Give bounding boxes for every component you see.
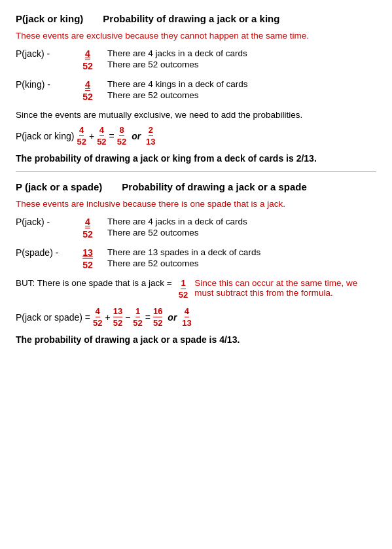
section2-spade-desc1: There are 13 spades in a deck of cards (107, 247, 260, 257)
section2-but-fraction: 152 (179, 278, 188, 300)
section2-conclusion: The probability of drawing a jack or a s… (16, 334, 376, 345)
section1-jack-num: 4 (85, 48, 90, 60)
section1-title-row: P(jack or king) Probability of drawing a… (16, 13, 376, 24)
section2-spade-num: 13 (82, 247, 93, 259)
section1-conclusion: The probability of drawing a jack or kin… (16, 153, 376, 164)
section1-plus1: + (89, 131, 94, 141)
section1-label: P(jack or king) (16, 13, 83, 24)
section1-formula-label: P(jack or king) (16, 131, 74, 141)
section1-jack-label: P(jack) - (16, 48, 68, 59)
section1-king-desc1: There are 4 kings in a deck of cards (107, 79, 248, 89)
section1-king-desc: There are 4 kings in a deck of cards The… (107, 79, 248, 100)
section1-f2: 452 (97, 125, 106, 147)
section2-spade-den: 52 (82, 259, 93, 270)
section1-king-label: P(king) - (16, 79, 68, 90)
section2-plus1: + (105, 312, 110, 323)
section-divider (16, 171, 376, 172)
section1-red-note: These events are exclusive because they … (16, 31, 376, 41)
section1-f1: 452 (77, 125, 86, 147)
section2-minus: − (125, 312, 130, 323)
section1-jack-den: 52 (82, 60, 93, 71)
section1-jack-desc1: There are 4 jacks in a deck of cards (107, 48, 247, 58)
section1-jack-fraction: 4 52 (82, 48, 93, 71)
section1-mutual-note: Since the events are mutually exclusive,… (16, 110, 376, 120)
section2-spade-desc: There are 13 spades in a deck of cards T… (107, 247, 260, 268)
section2-but-prefix: BUT: There is one spade that is a jack = (16, 278, 172, 288)
section1-jack-desc2: There are 52 outcomes (107, 60, 247, 69)
section1-desc: Probability of drawing a jack or a king (103, 13, 279, 24)
section2-formula-label: P(jack or spade) = (16, 312, 90, 323)
section2-label: P (jack or a spade) (16, 181, 102, 192)
section1-king-num: 4 (85, 79, 90, 91)
section2-formula-row: P(jack or spade) = 452 + 1352 − 152 = 16… (16, 306, 376, 328)
section2-f5: 413 (182, 306, 191, 328)
section2-or: or (165, 312, 179, 323)
section1-jack-desc: There are 4 jacks in a deck of cards The… (107, 48, 247, 69)
section2-f2: 1352 (113, 306, 122, 328)
section2-f3: 152 (133, 306, 142, 328)
section1-king-row: P(king) - 4 52 There are 4 kings in a de… (16, 79, 376, 102)
section1-jack-row: P(jack) - 4 52 There are 4 jacks in a de… (16, 48, 376, 71)
section2-f1: 452 (93, 306, 102, 328)
section2-jack-den: 52 (82, 228, 93, 239)
section2-jack-row: P(jack) - 4 52 There are 4 jacks in a de… (16, 217, 376, 239)
section2-jack-desc1: There are 4 jacks in a deck of cards (107, 217, 247, 226)
section2-spade-desc2: There are 52 outcomes (107, 258, 260, 268)
section2-spade-label: P(spade) - (16, 247, 68, 258)
section1-king-desc2: There are 52 outcomes (107, 90, 248, 100)
section2-but-row: BUT: There is one spade that is a jack =… (16, 278, 376, 300)
section2-since-text: Since this can occur at the same time, w… (194, 278, 376, 298)
section2-equals1: = (145, 312, 151, 323)
section2-desc: Probability of drawing a jack or a spade (122, 181, 307, 192)
section1-f4: 213 (146, 125, 155, 147)
section1-king-den: 52 (82, 91, 93, 102)
section2-jack-desc: There are 4 jacks in a deck of cards The… (107, 217, 247, 238)
section2-f4: 1652 (153, 306, 162, 328)
section2-title-row: P (jack or a spade) Probability of drawi… (16, 181, 376, 192)
section2-jack-desc2: There are 52 outcomes (107, 228, 247, 238)
section2: P (jack or a spade) Probability of drawi… (16, 181, 376, 345)
section2-red-note: These events are inclusive because there… (16, 199, 376, 209)
section1-or: or (129, 131, 143, 141)
section1-formula-row: P(jack or king) 452 + 452 = 852 or 213 (16, 125, 376, 147)
section2-jack-label: P(jack) - (16, 217, 68, 227)
section1-f3: 852 (117, 125, 126, 147)
section1-equals1: = (109, 131, 115, 141)
section2-jack-fraction: 4 52 (82, 217, 93, 239)
section2-spade-row: P(spade) - 13 52 There are 13 spades in … (16, 247, 376, 270)
section2-spade-fraction: 13 52 (82, 247, 93, 270)
section1-king-fraction: 4 52 (82, 79, 93, 102)
section1: P(jack or king) Probability of drawing a… (16, 13, 376, 164)
section2-jack-num: 4 (85, 217, 90, 228)
